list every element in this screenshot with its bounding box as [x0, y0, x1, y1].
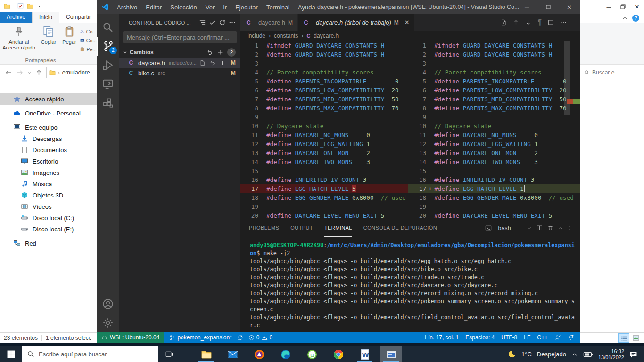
taskbar-active-app-window[interactable] [380, 346, 402, 362]
address-breadcrumb[interactable]: › emuladore [46, 67, 97, 78]
collapse-ribbon-chevron-icon[interactable] [622, 16, 627, 20]
up-icon[interactable] [35, 69, 42, 76]
close-panel-icon[interactable] [568, 225, 573, 230]
menu-item[interactable]: Ejecutar [231, 2, 262, 13]
taskbar-chrome[interactable] [327, 346, 349, 362]
explorer-restore-button[interactable] [616, 0, 630, 13]
cut-button[interactable]: Co... [80, 27, 97, 36]
panel-tab-problems[interactable]: PROBLEMS [249, 219, 279, 237]
tab-daycare-h[interactable]: C daycare.h M [240, 14, 298, 31]
activity-source-control[interactable]: 2 [97, 37, 119, 56]
stage-changes-icon[interactable] [219, 60, 225, 66]
terminal-picker-chevron-icon[interactable] [527, 225, 532, 230]
activity-run-and-debug[interactable] [97, 56, 119, 74]
clock[interactable]: 16:32 13/01/2022 [598, 348, 624, 361]
taskbar-edge[interactable] [274, 346, 297, 362]
explorer-tab-inicio[interactable]: Inicio [32, 12, 59, 23]
weather-temperature[interactable]: 1°C [521, 351, 532, 358]
eol-status[interactable]: LF [524, 334, 530, 341]
previous-change-icon[interactable] [513, 19, 519, 25]
notification-center-icon[interactable] [629, 351, 637, 358]
paste-shortcut-button[interactable]: Pe... [80, 45, 97, 54]
stage-all-changes-icon[interactable] [217, 49, 223, 56]
explorer-nav-item[interactable]: Descargas [0, 133, 97, 144]
feedback-icon[interactable] [554, 334, 561, 341]
more-actions-icon[interactable] [560, 19, 567, 26]
menu-item[interactable]: Archivo [113, 2, 141, 13]
pin-to-quick-access-button[interactable]: Anclar al Acceso rápido [1, 25, 37, 50]
refresh-icon[interactable] [219, 19, 226, 26]
thumbnails-view-button[interactable] [631, 334, 641, 342]
diff-editor[interactable]: 1#ifndef GUARD_DAYCARE_CONSTANTS_H2#defi… [240, 41, 580, 219]
explorer-nav-item[interactable]: Documentos [0, 144, 97, 156]
weather-condition[interactable]: Despejado [537, 351, 566, 358]
explorer-nav-item[interactable]: OneDrive - Personal [0, 107, 97, 119]
help-icon[interactable]: ? [632, 15, 639, 22]
scrollbar-thumb[interactable] [564, 41, 570, 115]
explorer-nav-item[interactable]: Disco local (C:) [0, 212, 97, 223]
forward-icon[interactable] [16, 69, 24, 76]
explorer-nav-item[interactable]: Acceso rápido [0, 93, 97, 105]
maximize-panel-icon[interactable] [558, 225, 563, 230]
activity-remote-explorer[interactable] [97, 74, 119, 93]
tray-chevron-up-icon[interactable] [571, 352, 578, 357]
encoding-status[interactable]: UTF-8 [501, 334, 517, 341]
new-folder-icon[interactable] [27, 3, 33, 9]
explorer-minimize-button[interactable]: ─ [602, 0, 616, 13]
git-branch-status[interactable]: pokemon_expansion* [169, 334, 231, 341]
menu-item[interactable]: Editar [141, 2, 166, 13]
taskbar-search-input[interactable]: Escribe aquí para buscar [22, 346, 158, 362]
menu-item[interactable]: Ver [201, 2, 219, 13]
open-file-icon[interactable] [199, 60, 206, 66]
terminal[interactable]: andy95@DESKTOP-4VR2K9U:/mnt/c/Users/Admi… [240, 237, 580, 329]
start-button[interactable] [0, 346, 22, 362]
discard-all-changes-icon[interactable] [206, 49, 213, 56]
toggle-whitespace-icon[interactable]: ¶ [537, 18, 542, 27]
remote-indicator[interactable]: WSL: Ubuntu-20.04 [97, 332, 164, 343]
taskbar-utorrent[interactable]: µ [301, 346, 323, 362]
sync-status[interactable] [237, 335, 243, 341]
recent-locations-chevron-icon[interactable] [27, 71, 32, 74]
indentation-status[interactable]: Espacios: 4 [465, 334, 495, 341]
task-view-button[interactable] [158, 346, 178, 362]
scm-file-daycare[interactable]: C daycare.h include/co... M [119, 58, 240, 68]
taskbar-mail[interactable] [222, 346, 244, 362]
explorer-close-button[interactable]: ✕ [630, 0, 644, 13]
panel-tab-debug-console[interactable]: CONSOLA DE DEPURACIÓN [363, 219, 437, 237]
folder-icon[interactable] [4, 3, 10, 9]
next-change-icon[interactable] [525, 19, 531, 25]
commit-icon[interactable] [209, 19, 216, 26]
taskbar-word[interactable]: W [354, 346, 376, 362]
battery-icon[interactable] [583, 351, 593, 358]
taskbar-avast-browser[interactable] [248, 346, 270, 362]
explorer-nav-item[interactable]: Imágenes [0, 167, 97, 178]
open-changes-icon[interactable] [500, 19, 507, 26]
paste-button[interactable]: Pegar [59, 25, 79, 45]
explorer-search-box[interactable]: Buscar e... [581, 67, 641, 78]
menu-item[interactable]: Terminal [262, 2, 294, 13]
shell-name[interactable]: bash [498, 225, 511, 231]
customize-toolbar-chevron-icon[interactable] [37, 4, 41, 8]
changes-section-header[interactable]: Cambios 2 [119, 47, 240, 58]
activity-accounts[interactable] [97, 295, 119, 313]
copy-button[interactable]: Copiar [39, 25, 58, 45]
split-terminal-icon[interactable] [537, 225, 543, 231]
commit-message-input[interactable]: Mensaje (Ctrl+Enter para confirmar ... [123, 31, 237, 43]
weather-moon-icon[interactable] [507, 350, 516, 359]
explorer-nav-item[interactable]: Música [0, 178, 97, 189]
explorer-nav-item[interactable]: Escritorio [0, 156, 97, 167]
activity-settings[interactable] [97, 313, 119, 332]
problems-status[interactable]: 0 0 [248, 334, 272, 341]
panel-tab-terminal[interactable]: TERMINAL [324, 219, 352, 237]
scm-file-bike[interactable]: C bike.c src M [119, 68, 240, 78]
activity-extensions[interactable] [97, 93, 119, 112]
explorer-tab-archivo[interactable]: Archivo [0, 12, 32, 23]
bell-icon[interactable] [568, 334, 574, 341]
copy-path-button[interactable]: W Co... [80, 36, 97, 45]
explorer-tab-compartir[interactable]: Compartir [59, 12, 98, 23]
properties-icon[interactable] [17, 3, 24, 9]
tab-daycare-h-working-tree[interactable]: C daycare.h (árbol de trabajo) M ✕ [298, 14, 415, 31]
menu-item[interactable]: Selección [166, 2, 201, 13]
cursor-position-status[interactable]: Lín. 17, col. 1 [425, 334, 459, 341]
more-actions-icon[interactable] [229, 19, 236, 26]
